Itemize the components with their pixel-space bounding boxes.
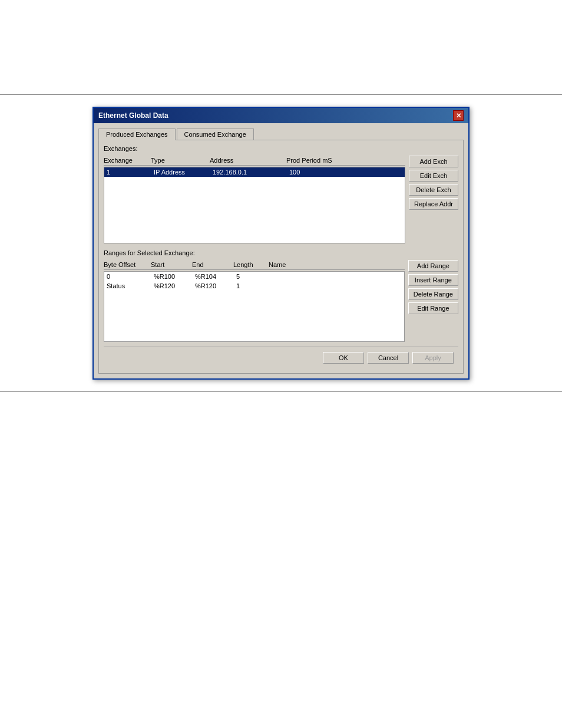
ranges-table-section: Byte Offset Start End Length Name 0	[104, 260, 405, 342]
rcell-length-0: 5	[236, 273, 272, 280]
rcell-end-0: %R104	[195, 273, 236, 280]
replace-addr-button[interactable]: Replace Addr	[409, 198, 458, 210]
edit-exch-button[interactable]: Edit Exch	[409, 170, 458, 182]
rcol-byte-offset: Byte Offset	[104, 261, 151, 268]
edit-range-button[interactable]: Edit Range	[408, 302, 458, 314]
tab-consumed-exchange[interactable]: Consumed Exchange	[177, 129, 254, 140]
rcell-offset-1: Status	[107, 282, 154, 289]
col-type: Type	[151, 157, 210, 164]
rcell-name-1	[272, 282, 319, 289]
rcell-offset-0: 0	[107, 273, 154, 280]
exchanges-table[interactable]: 1 IP Address 192.168.0.1 100	[104, 167, 405, 243]
tab-produced-exchanges[interactable]: Produced Exchanges	[98, 129, 176, 140]
table-row[interactable]: Status %R120 %R120 1	[104, 281, 404, 291]
close-button[interactable]: ✕	[453, 110, 464, 121]
col-address: Address	[210, 157, 286, 164]
rcell-length-1: 1	[236, 282, 272, 289]
exchange-action-buttons: Add Exch Edit Exch Delete Exch Replace A…	[409, 156, 458, 243]
main-panel: Exchanges: Exchange Type Address Prod Pe…	[98, 140, 464, 374]
dialog-footer: OK Cancel Apply	[104, 347, 458, 368]
insert-range-button[interactable]: Insert Range	[408, 274, 458, 286]
rcell-name-0	[272, 273, 319, 280]
title-bar: Ethernet Global Data ✕	[94, 108, 468, 123]
dialog-body: Produced Exchanges Consumed Exchange Exc…	[94, 123, 468, 378]
rcell-start-0: %R100	[154, 273, 195, 280]
ranges-content: Byte Offset Start End Length Name 0	[104, 260, 458, 342]
table-row[interactable]: 1 IP Address 192.168.0.1 100	[104, 167, 405, 177]
ranges-section: Ranges for Selected Exchange: Byte Offse…	[104, 249, 458, 342]
add-range-button[interactable]: Add Range	[408, 260, 458, 272]
rcol-start: Start	[151, 261, 192, 268]
delete-exch-button[interactable]: Delete Exch	[409, 184, 458, 196]
cell-address: 192.168.0.1	[213, 169, 289, 176]
exchanges-label: Exchanges:	[104, 145, 458, 152]
rcell-end-1: %R120	[195, 282, 236, 289]
cancel-button[interactable]: Cancel	[368, 352, 409, 364]
ranges-table[interactable]: 0 %R100 %R104 5 Status %R120	[104, 271, 405, 342]
ok-button[interactable]: OK	[323, 352, 364, 364]
ethernet-global-data-dialog: Ethernet Global Data ✕ Produced Exchange…	[92, 107, 470, 380]
rcol-length: Length	[233, 261, 269, 268]
col-exchange: Exchange	[104, 157, 151, 164]
tab-bar: Produced Exchanges Consumed Exchange	[98, 128, 464, 140]
cell-prod-period: 100	[289, 169, 348, 176]
ranges-label: Ranges for Selected Exchange:	[104, 249, 458, 256]
add-exch-button[interactable]: Add Exch	[409, 156, 458, 167]
rcell-start-1: %R120	[154, 282, 195, 289]
table-row[interactable]: 0 %R100 %R104 5	[104, 272, 404, 281]
range-action-buttons: Add Range Insert Range Delete Range Edit…	[408, 260, 458, 342]
exchange-column-headers: Exchange Type Address Prod Period mS	[104, 156, 405, 166]
exchanges-table-section: Exchange Type Address Prod Period mS 1 I…	[104, 156, 405, 243]
dialog-title: Ethernet Global Data	[98, 111, 168, 120]
delete-range-button[interactable]: Delete Range	[408, 288, 458, 300]
exchanges-section: Exchange Type Address Prod Period mS 1 I…	[104, 156, 458, 243]
cell-type: IP Address	[154, 169, 213, 176]
apply-button[interactable]: Apply	[412, 352, 454, 364]
cell-exchange: 1	[107, 169, 154, 176]
range-column-headers: Byte Offset Start End Length Name	[104, 260, 405, 270]
col-prod-period: Prod Period mS	[286, 157, 345, 164]
rcol-end: End	[192, 261, 233, 268]
rcol-name: Name	[269, 261, 316, 268]
